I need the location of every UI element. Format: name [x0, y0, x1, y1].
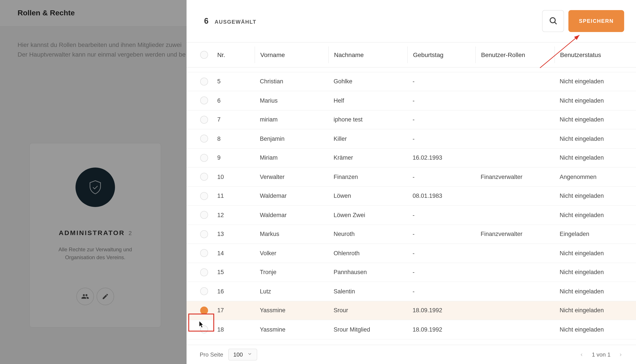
selected-label: AUSGEWÄHLT — [215, 19, 256, 25]
search-icon — [549, 16, 557, 26]
cell-vorname: Markus — [255, 231, 328, 238]
table-row[interactable]: 18YassmineSrour Mitglied18.09.1992Nicht … — [187, 320, 636, 339]
cell-nachname: Gohlke — [328, 78, 407, 85]
table-row[interactable]: 12WaldemarLöwen Zwei-Nicht eingeladen — [187, 206, 636, 225]
cell-nachname: Löwen Zwei — [328, 212, 407, 218]
cell-geburtstag: - — [407, 97, 475, 104]
selected-count: 6 — [204, 16, 208, 26]
row-checkbox[interactable] — [195, 173, 213, 181]
cell-vorname: Christian — [255, 78, 328, 85]
panel-header: 6 AUSGEWÄHLT SPEICHERN — [187, 0, 636, 42]
table-row[interactable]: 14VolkerOhlenroth-Nicht eingeladen — [187, 244, 636, 263]
table-row[interactable]: 8BenjaminKiller-Nicht eingeladen — [187, 129, 636, 148]
cell-status: Nicht eingeladen — [554, 269, 627, 276]
cell-status: Nicht eingeladen — [554, 116, 627, 123]
select-all-checkbox-icon — [200, 51, 208, 59]
cell-geburtstag: 08.01.1983 — [407, 193, 475, 199]
table-row[interactable]: 16LutzSalentin-Nicht eingeladen — [187, 282, 636, 301]
cell-nachname: Salentin — [328, 288, 407, 295]
table-row[interactable]: 6MariusHelf-Nicht eingeladen — [187, 91, 636, 110]
cell-vorname: miriam — [255, 116, 328, 123]
row-checkbox[interactable] — [195, 230, 213, 238]
table-row[interactable]: 7miriamiphone test-Nicht eingeladen — [187, 110, 636, 129]
column-header-checkbox[interactable] — [195, 51, 213, 59]
cell-geburtstag: 18.09.1992 — [407, 326, 475, 333]
next-page-button[interactable] — [618, 351, 623, 358]
table-row[interactable]: 15TronjePannhausen-Nicht eingeladen — [187, 263, 636, 282]
save-button[interactable]: SPEICHERN — [568, 10, 624, 32]
column-header-vorname[interactable]: Vorname — [255, 46, 328, 63]
cell-status: Eingeladen — [554, 231, 627, 238]
cell-nr: 8 — [213, 136, 255, 142]
cell-nr: 15 — [213, 269, 255, 276]
page-size-select[interactable]: 100 — [228, 349, 257, 360]
cell-geburtstag: 16.02.1993 — [407, 154, 475, 161]
table-row[interactable]: 5ChristianGohlke-Nicht eingeladen — [187, 72, 636, 91]
cell-vorname: Marius — [255, 97, 328, 104]
table-row[interactable]: 11WaldemarLöwen08.01.1983Nicht eingelade… — [187, 186, 636, 206]
page-indicator: 1 von 1 — [592, 351, 610, 358]
row-checkbox[interactable] — [195, 326, 213, 334]
cell-status: Nicht eingeladen — [554, 97, 627, 104]
row-checkbox[interactable] — [195, 116, 213, 124]
cell-geburtstag: - — [407, 269, 475, 276]
cell-nachname: iphone test — [328, 116, 407, 123]
row-checkbox[interactable] — [195, 249, 213, 257]
checkbox-icon — [200, 249, 208, 257]
cell-vorname: Waldemar — [255, 193, 328, 199]
prev-page-button[interactable] — [580, 351, 584, 358]
column-header-rollen[interactable]: Benutzer-Rollen — [475, 46, 554, 63]
search-button[interactable] — [542, 10, 564, 32]
checkbox-icon — [200, 154, 208, 162]
cell-status: Nicht eingeladen — [554, 250, 627, 256]
cell-status: Nicht eingeladen — [554, 212, 627, 218]
row-checkbox[interactable] — [195, 211, 213, 219]
cell-status: Nicht eingeladen — [554, 136, 627, 142]
cell-nr: 12 — [213, 212, 255, 218]
column-header-nr[interactable]: Nr. — [213, 46, 255, 63]
row-checkbox[interactable] — [195, 192, 213, 200]
page-size-value: 100 — [233, 351, 243, 358]
cell-vorname: Lutz — [255, 288, 328, 295]
cell-vorname: Yassmine — [255, 307, 328, 314]
row-checkbox[interactable] — [195, 268, 213, 276]
cell-nr: 17 — [213, 307, 255, 314]
cell-vorname: Tronje — [255, 269, 328, 276]
table-row[interactable]: 13MarkusNeuroth-FinanzverwalterEingelade… — [187, 225, 636, 244]
cell-geburtstag: - — [407, 116, 475, 123]
table-row[interactable]: 4AlexanderFriesen-Nicht eingeladen — [187, 68, 636, 72]
per-page-label: Pro Seite — [200, 351, 223, 358]
column-header-status[interactable]: Benutzerstatus — [554, 46, 627, 63]
cell-geburtstag: - — [407, 174, 475, 180]
cell-nachname: Srour — [328, 307, 407, 314]
cell-nr: 5 — [213, 78, 255, 85]
cell-rollen: Finanzverwalter — [475, 174, 554, 180]
cell-nr: 14 — [213, 250, 255, 256]
row-checkbox[interactable] — [195, 135, 213, 143]
row-checkbox[interactable] — [195, 288, 213, 295]
checkbox-icon — [200, 78, 208, 86]
table-row[interactable]: 17YassmineSrour18.09.1992Nicht eingelade… — [187, 301, 636, 320]
cell-nachname: Neuroth — [328, 231, 407, 238]
cell-vorname: Miriam — [255, 154, 328, 161]
cell-status: Nicht eingeladen — [554, 78, 627, 85]
panel-header-actions: SPEICHERN — [542, 10, 624, 32]
table-row[interactable]: 10VerwalterFinanzen-FinanzverwalterAngen… — [187, 168, 636, 186]
row-checkbox[interactable] — [195, 306, 213, 314]
table-body[interactable]: 4AlexanderFriesen-Nicht eingeladen5Chris… — [187, 68, 636, 345]
cell-nachname: Löwen — [328, 193, 407, 199]
table-row[interactable]: 9MiriamKrämer16.02.1993Nicht eingeladen — [187, 148, 636, 168]
row-checkbox[interactable] — [195, 154, 213, 162]
cell-nr: 7 — [213, 116, 255, 123]
cell-status: Nicht eingeladen — [554, 307, 627, 314]
row-checkbox[interactable] — [195, 97, 213, 104]
page-size-control: Pro Seite 100 — [200, 349, 257, 360]
column-header-nachname[interactable]: Nachname — [328, 46, 407, 63]
column-header-geburtstag[interactable]: Geburtstag — [407, 46, 475, 63]
checkbox-icon — [200, 97, 208, 104]
row-checkbox[interactable] — [195, 78, 213, 86]
cell-nr: 6 — [213, 97, 255, 104]
cell-vorname: Waldemar — [255, 212, 328, 218]
cell-geburtstag: 18.09.1992 — [407, 307, 475, 314]
cell-geburtstag: - — [407, 288, 475, 295]
